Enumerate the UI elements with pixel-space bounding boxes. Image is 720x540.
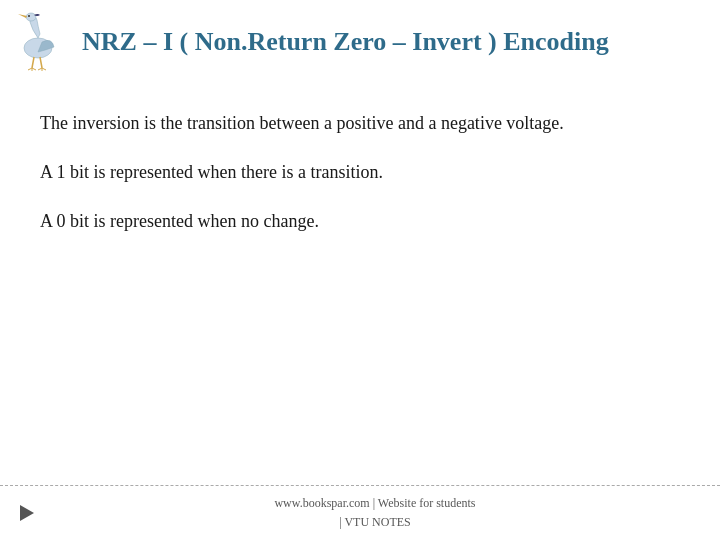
content-area: The inversion is the transition between …	[0, 82, 720, 485]
paragraph-zero-bit: A 0 bit is represented when no change.	[40, 208, 680, 235]
play-icon	[20, 505, 34, 521]
footer-subtitle: | VTU NOTES	[339, 515, 411, 529]
paragraph-inversion: The inversion is the transition between …	[40, 110, 680, 137]
footer-text: www.bookspar.com | Website for students …	[50, 494, 700, 532]
svg-line-3	[32, 57, 34, 68]
svg-line-4	[40, 57, 42, 68]
slide-container: NRZ – I ( Non.Return Zero – Invert ) Enc…	[0, 0, 720, 540]
paragraph-one-bit: A 1 bit is represented when there is a t…	[40, 159, 680, 186]
svg-line-8	[38, 68, 42, 70]
slide-title: NRZ – I ( Non.Return Zero – Invert ) Enc…	[82, 26, 609, 57]
svg-line-5	[28, 68, 32, 70]
svg-point-2	[28, 15, 30, 17]
svg-line-10	[42, 68, 46, 70]
svg-point-1	[26, 13, 36, 21]
svg-line-7	[32, 68, 36, 70]
heron-icon	[10, 12, 70, 72]
footer-website: www.bookspar.com | Website for students	[274, 496, 475, 510]
slide-header: NRZ – I ( Non.Return Zero – Invert ) Enc…	[0, 0, 720, 82]
footer: www.bookspar.com | Website for students …	[0, 485, 720, 540]
